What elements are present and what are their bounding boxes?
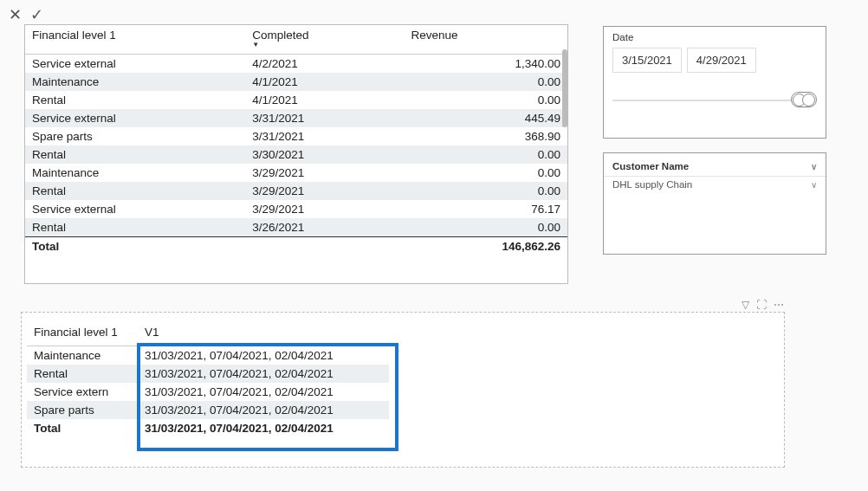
table-row[interactable]: Maintenance3/29/20210.00 <box>25 164 567 182</box>
chevron-down-icon: ∨ <box>811 162 817 171</box>
v1-table-visual[interactable]: ▽ ⛶ ⋯ Financial level 1 V1 Maintenance31… <box>21 312 785 468</box>
chevron-down-icon: ∨ <box>811 180 817 190</box>
revenue-table-visual[interactable]: Financial level 1 Completed Revenue Serv… <box>24 24 568 284</box>
col-financial-level[interactable]: Financial level 1 <box>25 25 245 55</box>
visual-header-icons: ▽ ⛶ ⋯ <box>742 299 784 311</box>
close-icon[interactable]: ✕ <box>9 5 22 24</box>
table-row[interactable]: Service extern31/03/2021, 07/04/2021, 02… <box>27 383 389 401</box>
col-completed[interactable]: Completed <box>245 25 404 55</box>
date-range-slider[interactable] <box>612 92 817 109</box>
table-row[interactable]: Rental31/03/2021, 07/04/2021, 02/04/2021 <box>27 365 389 383</box>
customer-selected-item[interactable]: DHL supply Chain ∨ <box>604 177 826 192</box>
date-from-input[interactable]: 3/15/2021 <box>612 48 682 73</box>
date-to-input[interactable]: 4/29/2021 <box>687 48 756 73</box>
date-slicer[interactable]: Date 3/15/2021 4/29/2021 <box>603 26 826 139</box>
table-row[interactable]: Rental3/30/20210.00 <box>25 145 567 164</box>
table-total-row: Total 31/03/2021, 07/04/2021, 02/04/2021 <box>27 419 389 437</box>
table-row[interactable]: Rental3/26/20210.00 <box>25 218 567 237</box>
table-row[interactable]: Rental4/1/20210.00 <box>25 91 567 109</box>
table-row[interactable]: Maintenance4/1/20210.00 <box>25 73 567 91</box>
table-row[interactable]: Maintenance31/03/2021, 07/04/2021, 02/04… <box>27 346 389 365</box>
col-v1[interactable]: V1 <box>138 323 389 346</box>
table-row[interactable]: Service external3/29/202176.17 <box>25 200 567 218</box>
table-total-row: Total 146,862.26 <box>25 237 567 256</box>
check-icon[interactable]: ✓ <box>30 5 43 24</box>
customer-slicer-header[interactable]: Customer Name ∨ <box>604 158 826 177</box>
date-slicer-label: Date <box>612 32 817 42</box>
focus-mode-icon[interactable]: ⛶ <box>756 299 767 311</box>
v1-table: Financial level 1 V1 Maintenance31/03/20… <box>27 323 389 437</box>
customer-slicer[interactable]: Customer Name ∨ DHL supply Chain ∨ <box>603 152 826 255</box>
col-revenue[interactable]: Revenue <box>405 25 567 55</box>
col-financial-level[interactable]: Financial level 1 <box>27 323 138 346</box>
table-row[interactable]: Spare parts31/03/2021, 07/04/2021, 02/04… <box>27 401 389 419</box>
slider-handle-icon[interactable] <box>791 92 817 107</box>
table-row[interactable]: Service external4/2/20211,340.00 <box>25 55 567 74</box>
table-row[interactable]: Spare parts3/31/2021368.90 <box>25 127 567 145</box>
filter-icon[interactable]: ▽ <box>742 299 749 311</box>
formula-bar-controls: ✕ ✓ <box>9 5 43 24</box>
table-row[interactable]: Service external3/31/2021445.49 <box>25 109 567 127</box>
more-options-icon[interactable]: ⋯ <box>774 299 784 311</box>
table-row[interactable]: Rental3/29/20210.00 <box>25 182 567 200</box>
revenue-table: Financial level 1 Completed Revenue Serv… <box>25 25 567 255</box>
